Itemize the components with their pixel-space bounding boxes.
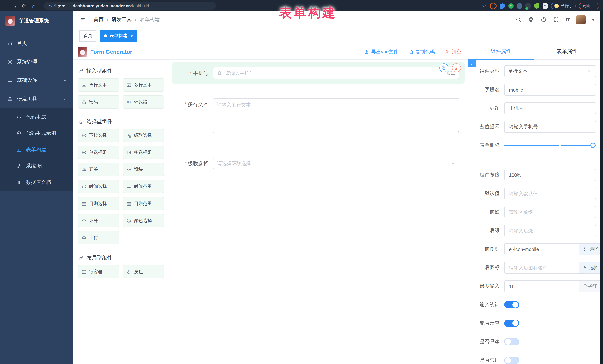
placeholder-input[interactable]	[508, 124, 592, 130]
disabled-switch[interactable]	[504, 357, 519, 364]
comp-time-range[interactable]: 时间范围	[123, 180, 164, 193]
breadcrumb-dev-tools[interactable]: 研发工具	[112, 16, 132, 23]
prefix-icon-input[interactable]	[508, 246, 575, 252]
sidebar-item-db-doc[interactable]: 数据库文档	[0, 174, 73, 190]
shield-check-icon	[16, 131, 22, 136]
drawer-handle[interactable]	[468, 59, 476, 67]
textarea-field[interactable]	[213, 98, 459, 133]
export-vue-button[interactable]: 导出vue文件	[364, 48, 398, 55]
browser-update-button[interactable]: 更新⋮	[579, 2, 599, 9]
comp-checkbox-group[interactable]: 多选框组	[123, 146, 164, 159]
sidebar-item-form-builder[interactable]: 表单构建	[0, 142, 73, 158]
comp-switch[interactable]: 开关	[78, 163, 119, 176]
sidebar-item-dev-tools[interactable]: 研发工具	[0, 90, 73, 108]
extension-icon[interactable]: on	[525, 3, 531, 8]
chevron-down-icon	[451, 161, 455, 166]
font-size-icon[interactable]: tT	[566, 17, 570, 22]
breadcrumb-home[interactable]: 首页	[93, 16, 104, 23]
mobile-input-field[interactable]	[224, 70, 444, 76]
bookmark-star-icon[interactable]: ☆	[482, 3, 486, 9]
comp-upload[interactable]: 上传	[78, 231, 119, 244]
tag-form-builder[interactable]: 表单构建 ×	[100, 30, 137, 41]
extensions-puzzle-icon[interactable]: ✱	[542, 3, 547, 8]
delete-field-button[interactable]	[452, 63, 461, 72]
sidebar-item-system-api[interactable]: 系统接口	[0, 158, 73, 174]
browser-reload-icon[interactable]: ⟳	[19, 3, 29, 9]
comp-time-picker[interactable]: 时间选择	[78, 180, 119, 193]
fullscreen-icon[interactable]	[553, 17, 559, 22]
search-icon[interactable]	[515, 17, 521, 22]
user-avatar[interactable]	[576, 15, 586, 24]
comp-rate[interactable]: 评分	[78, 214, 119, 227]
extension-icon[interactable]	[534, 3, 539, 8]
comp-date-picker[interactable]: 日期选择	[78, 197, 119, 210]
comp-row-container[interactable]: 行容器	[78, 265, 119, 278]
github-icon[interactable]	[528, 17, 534, 22]
comp-date-range[interactable]: 日期范围	[123, 197, 164, 210]
mobile-input[interactable]: 0/11	[213, 67, 459, 79]
slider-handle[interactable]	[590, 143, 595, 148]
tab-form-props[interactable]: 表单属性	[534, 44, 600, 59]
max-length-input[interactable]	[508, 283, 575, 289]
grid-slider[interactable]	[504, 144, 593, 146]
choose-prefix-icon-button[interactable]: 选择	[579, 243, 603, 255]
clear-button[interactable]: 清空	[444, 48, 462, 55]
help-icon[interactable]	[541, 17, 546, 22]
choose-suffix-icon-button[interactable]: 选择	[579, 262, 603, 274]
user-menu-caret-icon[interactable]: ▾	[592, 18, 594, 22]
sidebar-item-code-gen-example[interactable]: 代码生成示例	[0, 125, 73, 142]
field-name-input[interactable]	[508, 87, 592, 93]
clearable-switch[interactable]	[504, 320, 519, 327]
width-input[interactable]	[508, 172, 592, 178]
sidebar-item-code-generation[interactable]: 代码生成	[0, 109, 73, 125]
copy-code-button[interactable]: 复制代码	[408, 48, 435, 55]
prefix-input[interactable]	[508, 209, 592, 215]
browser-forward-icon[interactable]: →	[10, 3, 19, 9]
prop-row-component-type: 组件类型 单行文本	[472, 65, 596, 77]
tag-home[interactable]: 首页	[79, 30, 96, 41]
sidebar-item-home[interactable]: 首页	[0, 34, 73, 53]
profile-paused-badge[interactable]: 已暂停	[551, 2, 576, 9]
comp-slider[interactable]: 滑块	[123, 163, 164, 176]
hamburger-icon[interactable]	[80, 16, 86, 23]
title-input[interactable]	[508, 105, 592, 111]
comp-color-picker[interactable]: 颜色选择	[123, 214, 164, 227]
canvas-field-cascader[interactable]: *级联选择 请选择级联选择	[172, 153, 464, 174]
panel-tabs: 组件属性 表单属性	[468, 44, 600, 60]
browser-menu-icon[interactable]: ⋮	[592, 3, 596, 8]
sidebar-item-infrastructure[interactable]: 基础设施	[0, 71, 73, 90]
chevron-down-icon	[587, 69, 592, 73]
browser-back-icon[interactable]: ←	[0, 3, 10, 9]
sidebar-item-system-management[interactable]: 系统管理	[0, 53, 73, 71]
comp-cascader[interactable]: 级联选择	[123, 129, 164, 142]
readonly-switch[interactable]	[504, 338, 519, 345]
extension-icon[interactable]: y	[508, 3, 513, 8]
component-type-select[interactable]: 单行文本	[504, 65, 596, 77]
show-count-switch[interactable]	[504, 301, 519, 309]
extension-icon[interactable]	[500, 3, 505, 8]
canvas-field-textarea[interactable]: *多行文本	[172, 93, 464, 139]
chevron-up-icon	[63, 97, 67, 101]
cascader-select[interactable]: 请选择级联选择	[213, 157, 459, 169]
comp-counter[interactable]: 计数器	[123, 95, 164, 109]
comp-password[interactable]: 密码	[78, 95, 119, 109]
close-icon[interactable]: ×	[131, 33, 133, 38]
home-icon	[7, 41, 13, 46]
suffix-input[interactable]	[508, 227, 592, 234]
security-label[interactable]: ⚠不安全	[48, 3, 66, 9]
canvas-field-mobile[interactable]: *手机号 0/11	[172, 62, 464, 84]
duplicate-field-button[interactable]	[439, 63, 448, 72]
comp-textarea[interactable]: 多行文本	[123, 78, 164, 92]
address-bar[interactable]: ⚠不安全 dashboard.yudao.iocoder.cn/tool/bui…	[44, 2, 216, 10]
comp-input-text[interactable]: 单行文本	[78, 78, 119, 92]
comp-select[interactable]: 下拉选择	[78, 129, 119, 142]
suffix-icon-input[interactable]	[508, 265, 575, 271]
tab-component-props[interactable]: 组件属性	[468, 44, 534, 59]
comp-radio-group[interactable]: 单选框组	[78, 146, 119, 159]
extension-icon[interactable]	[517, 3, 522, 8]
default-value-input[interactable]	[508, 190, 592, 197]
browser-home-icon[interactable]: ⌂	[29, 3, 39, 9]
comp-button[interactable]: 按钮	[123, 265, 164, 278]
prop-row-placeholder: 占位提示	[472, 121, 596, 133]
extension-icon[interactable]	[490, 2, 496, 9]
